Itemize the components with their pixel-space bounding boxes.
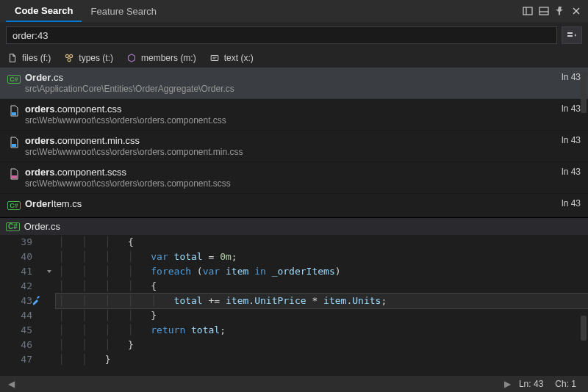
members-icon bbox=[126, 53, 137, 63]
status-col[interactable]: Ch: 1 bbox=[549, 379, 582, 389]
csharp-icon: C# bbox=[7, 73, 21, 86]
search-input[interactable] bbox=[6, 26, 557, 44]
filter-label: text (x:) bbox=[224, 53, 254, 63]
results-list: C#Order.cssrc\ApplicationCore\Entities\O… bbox=[0, 68, 588, 217]
fold-chevron-icon[interactable] bbox=[43, 264, 56, 279]
results-scrollbar[interactable] bbox=[581, 72, 587, 113]
svg-point-9 bbox=[70, 54, 73, 57]
result-path: src\Web\wwwroot\css\orders\orders.compon… bbox=[25, 178, 556, 189]
fold-gutter bbox=[43, 235, 56, 369]
result-line-number: ln 43 bbox=[556, 167, 581, 177]
status-bar: ◀ ▶ Ln: 43 Ch: 1 bbox=[0, 376, 588, 392]
filter-members[interactable]: members (m:) bbox=[126, 53, 196, 63]
result-line-number: ln 43 bbox=[556, 135, 581, 145]
svg-rect-0 bbox=[523, 7, 532, 15]
result-path: src\Web\wwwroot\css\orders\orders.compon… bbox=[25, 115, 556, 126]
result-title: orders.component.scss bbox=[25, 167, 556, 178]
result-line-number: ln 43 bbox=[556, 72, 581, 82]
dock-left-icon[interactable] bbox=[522, 5, 534, 17]
tab-feature-search[interactable]: Feature Search bbox=[82, 1, 165, 21]
result-title: Order.cs bbox=[25, 72, 556, 84]
search-row bbox=[0, 22, 588, 48]
dock-bottom-icon[interactable] bbox=[538, 5, 550, 17]
scroll-right-icon[interactable]: ▶ bbox=[503, 379, 513, 389]
svg-point-10 bbox=[68, 59, 71, 62]
code-preview-header: C# Order.cs bbox=[0, 217, 588, 235]
search-options-dropdown[interactable] bbox=[562, 26, 582, 44]
result-row[interactable]: orders.component.scsssrc\Web\wwwroot\css… bbox=[0, 162, 588, 194]
code-line[interactable]: │ │ │ │ foreach (var item in _orderItems… bbox=[56, 264, 588, 279]
code-line[interactable]: │ │ │ │ { bbox=[56, 279, 588, 294]
status-line[interactable]: Ln: 43 bbox=[513, 379, 549, 389]
code-preview[interactable]: 394041424344454647 │ │ │ {│ │ │ │ var to… bbox=[0, 235, 588, 369]
code-scrollbar[interactable] bbox=[581, 316, 587, 341]
css-file-icon bbox=[7, 104, 21, 117]
close-icon[interactable] bbox=[570, 5, 582, 17]
csharp-icon: C# bbox=[7, 199, 21, 212]
filter-files[interactable]: files (f:) bbox=[7, 53, 51, 63]
filter-label: members (m:) bbox=[141, 53, 196, 63]
filter-bar: files (f:) types (t:) members (m:) text … bbox=[0, 48, 588, 68]
quick-action-icon[interactable] bbox=[31, 295, 41, 310]
pin-icon[interactable] bbox=[554, 5, 566, 17]
svg-rect-11 bbox=[211, 56, 218, 61]
result-title: orders.component.min.css bbox=[25, 135, 556, 147]
result-line-number: ln 43 bbox=[556, 198, 581, 208]
code-line[interactable]: │ │ │ │ return total; bbox=[56, 323, 588, 338]
svg-rect-7 bbox=[567, 35, 573, 37]
result-row[interactable]: C#OrderItem.csln 43 bbox=[0, 194, 588, 217]
text-icon bbox=[209, 53, 220, 63]
code-filename: Order.cs bbox=[24, 221, 60, 232]
svg-rect-12 bbox=[12, 112, 16, 115]
title-bar: Code Search Feature Search bbox=[0, 0, 588, 22]
result-path: src\ApplicationCore\Entities\OrderAggreg… bbox=[25, 84, 556, 94]
file-icon bbox=[7, 53, 18, 63]
result-row[interactable]: orders.component.csssrc\Web\wwwroot\css\… bbox=[0, 99, 588, 131]
tab-code-search[interactable]: Code Search bbox=[6, 1, 82, 22]
svg-rect-2 bbox=[539, 7, 548, 15]
svg-rect-6 bbox=[567, 32, 573, 34]
code-line[interactable]: │ │ } bbox=[56, 352, 588, 367]
filter-label: files (f:) bbox=[22, 53, 51, 63]
result-title: orders.component.css bbox=[25, 104, 556, 115]
result-title: OrderItem.cs bbox=[25, 198, 556, 210]
svg-point-8 bbox=[66, 54, 69, 57]
result-row[interactable]: orders.component.min.csssrc\Web\wwwroot\… bbox=[0, 131, 588, 162]
code-line[interactable]: │ │ │ │ │ total += item.UnitPrice * item… bbox=[56, 294, 588, 308]
filter-types[interactable]: types (t:) bbox=[64, 53, 113, 63]
result-line-number: ln 43 bbox=[556, 104, 581, 114]
scss-file-icon bbox=[7, 167, 21, 181]
svg-rect-14 bbox=[11, 175, 17, 178]
types-icon bbox=[64, 53, 74, 63]
code-line[interactable]: │ │ │ │ var total = 0m; bbox=[56, 250, 588, 264]
result-path: src\Web\wwwroot\css\orders\orders.compon… bbox=[25, 147, 556, 157]
scroll-left-icon[interactable]: ◀ bbox=[6, 379, 16, 389]
code-line[interactable]: │ │ │ { bbox=[56, 235, 588, 250]
svg-rect-13 bbox=[12, 144, 16, 147]
svg-rect-15 bbox=[37, 296, 40, 299]
code-line[interactable]: │ │ │ } bbox=[56, 338, 588, 352]
filter-label: types (t:) bbox=[79, 53, 113, 63]
css-file-icon bbox=[7, 136, 21, 149]
csharp-icon: C# bbox=[6, 222, 20, 231]
code-line[interactable]: │ │ │ │ } bbox=[56, 308, 588, 323]
result-row[interactable]: C#Order.cssrc\ApplicationCore\Entities\O… bbox=[0, 68, 588, 99]
filter-text[interactable]: text (x:) bbox=[209, 53, 254, 63]
